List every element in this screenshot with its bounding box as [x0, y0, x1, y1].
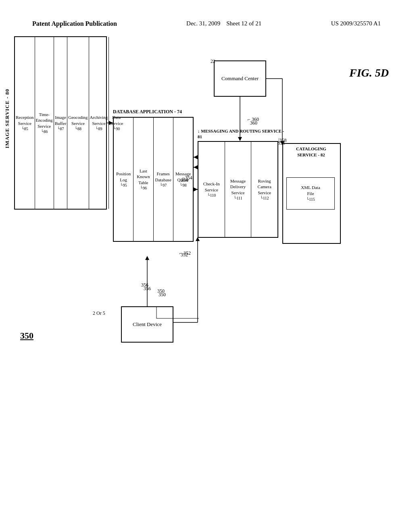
- num-354: 354: [181, 177, 188, 183]
- last-known-name: Last KnownTable: [134, 168, 152, 185]
- num-356: 356: [141, 282, 148, 288]
- patent-page: Patent Application Publication Dec. 31, …: [0, 0, 413, 532]
- last-known-table-cell: Last KnownTable └96: [133, 118, 153, 241]
- roving-camera-name: RovingCameraService: [258, 178, 271, 195]
- position-log-name: PositionLog: [116, 171, 131, 183]
- svg-marker-12: [194, 187, 198, 191]
- position-log-num: └95: [120, 183, 127, 188]
- geocoding-name: GeocodingService: [68, 114, 88, 126]
- image-buffer-cell: ImageBuffer └87: [54, 37, 68, 209]
- image-buffer-name: ImageBuffer: [55, 114, 67, 126]
- num-358: 358: [277, 140, 285, 146]
- time-encoding-num: └86: [41, 129, 48, 134]
- cataloging-service-label: CATALOGINGSERVICE - 82: [284, 146, 338, 158]
- num-360: 360: [250, 120, 257, 126]
- svg-marker-25: [194, 165, 198, 169]
- xml-data-file-box: XML DataFile └115: [286, 177, 335, 210]
- num-350-ref: 350: [157, 288, 165, 294]
- header-date-sheet: Dec. 31, 2009 Sheet 12 of 21: [186, 20, 261, 27]
- frames-db-name: FramesDatabase: [155, 171, 171, 183]
- db-app-label: DATABASE APPLICATION - 74: [113, 109, 182, 115]
- client-device-alt-label: 2 Or 5: [93, 310, 105, 316]
- label-350: 350: [20, 330, 33, 341]
- msg-delivery-num: └111: [234, 195, 242, 201]
- command-center-label: Command Center: [221, 75, 259, 82]
- frames-db-num: └97: [160, 183, 167, 188]
- client-device-box: Client Device: [121, 306, 173, 343]
- image-buffer-num: └87: [57, 126, 64, 131]
- archiving-name: ArchivingService: [90, 114, 108, 126]
- header-sheet: Sheet 12 of 21: [226, 20, 261, 27]
- header-publication-title: Patent Application Publication: [32, 20, 117, 27]
- position-log-cell: PositionLog └95: [114, 118, 133, 241]
- msg-delivery-name: MessageDeliveryService: [230, 178, 246, 195]
- geocoding-cell: GeocodingService └88: [67, 37, 89, 209]
- figure-label: FIG. 5D: [349, 66, 389, 79]
- message-delivery-cell: MessageDeliveryService └111: [225, 142, 252, 237]
- checkin-name: Check-InService: [203, 181, 220, 193]
- archiving-cell: ArchivingService └89: [89, 37, 109, 209]
- client-device-label: Client Device: [133, 321, 162, 328]
- reception-service-num: └85: [21, 126, 28, 131]
- header: Patent Application Publication Dec. 31, …: [32, 20, 381, 27]
- checkin-num: └110: [207, 193, 216, 198]
- mrs-label: ↓ MESSAGING AND ROUTING SERVICE - 81: [198, 128, 286, 140]
- image-service-box: ReceptionService └85 Time-EncodingServic…: [14, 36, 107, 210]
- last-known-num: └96: [140, 185, 147, 191]
- roving-camera-num: └112: [260, 195, 269, 201]
- checkin-service-cell: Check-InService └110: [198, 142, 225, 237]
- xml-data-num: └115: [306, 197, 315, 202]
- command-center-box: Command Center: [214, 60, 266, 97]
- time-encoding-name: Time-EncodingService: [36, 112, 53, 129]
- time-encoding-cell: Time-EncodingService └86: [35, 37, 54, 209]
- xml-data-name: XML DataFile: [301, 185, 320, 197]
- reception-service-name: ReceptionService: [16, 114, 34, 126]
- mrs-box: Check-InService └110 MessageDeliveryServ…: [198, 141, 278, 238]
- num-352: 352: [181, 252, 188, 258]
- roving-camera-cell: RovingCameraService └112: [251, 142, 277, 237]
- archiving-num: └89: [95, 126, 102, 131]
- header-date: Dec. 31, 2009: [186, 20, 220, 27]
- geocoding-num: └88: [75, 126, 81, 131]
- reception-service-cell: ReceptionService └85: [15, 37, 35, 209]
- header-patent-number: US 2009/325570 A1: [331, 20, 381, 27]
- svg-marker-15: [194, 155, 198, 159]
- svg-marker-1: [145, 256, 149, 260]
- image-service-label: IMAGE SERVICE - 80: [4, 89, 10, 148]
- frames-database-cell: FramesDatabase └97: [154, 118, 173, 241]
